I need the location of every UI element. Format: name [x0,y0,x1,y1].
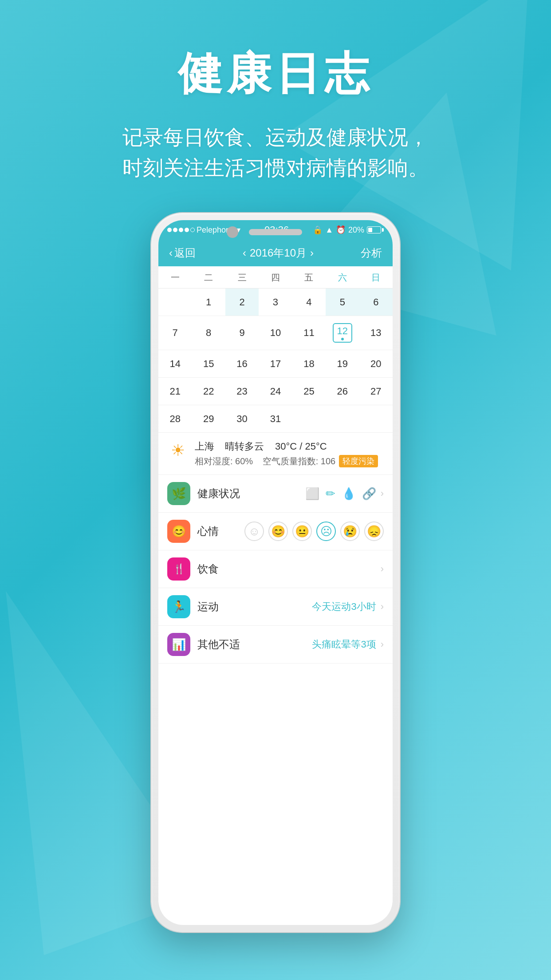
status-right: 🔒 ▲ ⏰ 20% [313,225,384,235]
back-chevron: ‹ [169,247,173,259]
battery-fill [368,228,372,232]
cal-day-12[interactable]: 12 [326,316,359,350]
weather-condition: 晴转多云 [225,441,264,452]
cal-day-1[interactable]: 1 [192,288,225,316]
mood-faces-row: ☺ 😊 😐 ☹ 😢 😞 [244,522,384,541]
discomfort-icon: 📊 [167,633,190,656]
cal-day-21[interactable]: 21 [158,378,192,405]
cal-day-4[interactable]: 4 [292,288,326,316]
cal-day-10[interactable]: 10 [259,316,292,350]
cal-day-11[interactable]: 11 [292,316,326,350]
face-terrible[interactable]: 😞 [364,522,384,541]
discomfort-item[interactable]: 📊 其他不适 头痛眩晕等3项 › [158,626,393,664]
cal-day-28[interactable]: 28 [158,405,192,433]
mood-label: 心情 [197,524,237,538]
mood-icon: 😊 [167,520,190,543]
dot3 [179,228,183,232]
next-month-button[interactable]: › [310,247,314,259]
calendar-weekdays: 一 二 三 四 五 六 日 [158,266,393,288]
cal-day-25[interactable]: 25 [292,378,326,405]
cal-day-22[interactable]: 22 [192,378,225,405]
cal-day-8[interactable]: 8 [192,316,225,350]
drop-icon: 💧 [342,487,356,501]
humidity-label: 相对湿度: 60% [195,455,253,467]
weather-top: 上海 晴转多云 30°C / 25°C [195,440,384,453]
cal-empty-2 [292,405,326,433]
battery-body [367,226,381,233]
prev-month-button[interactable]: ‹ [243,247,246,259]
today-number: 12 [337,325,348,337]
weather-sun-icon: ☀ [167,440,189,461]
cal-day-2[interactable]: 2 [225,288,259,316]
calendar-grid: 1 2 3 4 5 6 7 8 9 10 11 12 13 [158,288,393,433]
exercise-chevron: › [381,601,384,612]
weather-temp-high: 30°C [275,441,297,452]
cal-day-29[interactable]: 29 [192,405,225,433]
cal-day-27[interactable]: 27 [359,378,393,405]
cal-day-7[interactable]: 7 [158,316,192,350]
face-very-happy[interactable]: ☺ [244,522,264,541]
diet-item[interactable]: 🍴 饮食 › [158,550,393,588]
diet-icon: 🍴 [167,557,190,581]
cal-day-26[interactable]: 26 [326,378,359,405]
analyze-button[interactable]: 分析 [361,246,382,260]
health-item[interactable]: 🌿 健康状况 ⬜ ✏ 💧 🔗 › [158,475,393,513]
cal-day-24[interactable]: 24 [259,378,292,405]
weekday-sun: 日 [359,266,393,288]
cal-day-23[interactable]: 23 [225,378,259,405]
cal-empty-3 [326,405,359,433]
nav-bar: ‹ 返回 ‹ 2016年10月 › 分析 [158,240,393,266]
battery-tip [382,228,384,232]
month-label: 2016年10月 [250,246,307,260]
cal-day-5[interactable]: 5 [326,288,359,316]
lock-icon: 🔒 [313,225,323,235]
cal-day-20[interactable]: 20 [359,350,393,378]
pollution-badge: 轻度污染 [339,455,378,467]
dot5 [190,228,195,232]
face-neutral[interactable]: 😐 [292,522,312,541]
health-chevron: › [381,488,384,499]
cal-day-30[interactable]: 30 [225,405,259,433]
back-label: 返回 [174,246,196,260]
dot1 [167,228,172,232]
nav-back-button[interactable]: ‹ 返回 [169,246,196,260]
discomfort-chevron: › [381,639,384,650]
face-very-sad[interactable]: 😢 [340,522,360,541]
discomfort-sub: 头痛眩晕等3项 [312,638,376,651]
cal-day-19[interactable]: 19 [326,350,359,378]
cal-day-31[interactable]: 31 [259,405,292,433]
weather-temp-low: 25°C [305,441,327,452]
location-icon: ▲ [325,225,333,235]
dot4 [185,228,189,232]
cal-day-17[interactable]: 17 [259,350,292,378]
diet-right: › [381,563,384,575]
battery-indicator [367,226,384,233]
face-sad[interactable]: ☹ [316,522,336,541]
cal-day-16[interactable]: 16 [225,350,259,378]
cal-day-14[interactable]: 14 [158,350,192,378]
pencil-icon: ✏ [326,487,335,501]
exercise-item[interactable]: 🏃 运动 今天运动3小时 › [158,588,393,626]
today-indicator: 12 [333,323,352,343]
cal-day-15[interactable]: 15 [192,350,225,378]
cal-day-3[interactable]: 3 [259,288,292,316]
phone-speaker [249,229,302,235]
weekday-thu: 四 [259,266,292,288]
cal-day-empty1[interactable] [158,288,192,316]
cal-day-6[interactable]: 6 [359,288,393,316]
weekday-tue: 二 [192,266,225,288]
cal-day-18[interactable]: 18 [292,350,326,378]
face-happy[interactable]: 😊 [268,522,288,541]
health-right: ⬜ ✏ 💧 🔗 › [305,487,384,501]
mood-item[interactable]: 😊 心情 ☺ 😊 😐 ☹ 😢 😞 [158,513,393,550]
phone-mockup: Pelephone ▾ 03:36 🔒 ▲ ⏰ 20% [151,213,400,932]
aqi-label: 空气质量指数: 106 [263,455,335,467]
signal-dots [167,228,195,232]
link-icon: 🔗 [362,487,376,501]
today-dot [341,338,344,340]
cal-day-9[interactable]: 9 [225,316,259,350]
cal-day-13[interactable]: 13 [359,316,393,350]
dot2 [173,228,177,232]
bp-icon: ⬜ [305,487,319,501]
diet-chevron: › [381,563,384,575]
